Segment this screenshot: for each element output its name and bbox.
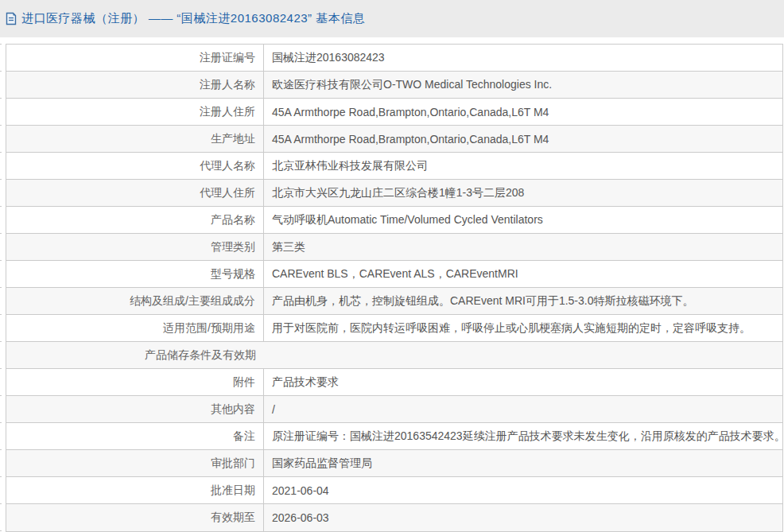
page-header: 进口医疗器械（注册） —— “国械注进20163082423” 基本信息: [0, 0, 784, 37]
row-label: 代理人住所: [6, 180, 264, 206]
registration-info-table: 注册证编号 国械注进20163082423 注册人名称 欧途医疗科技有限公司O-…: [6, 44, 783, 532]
row-value: 用于对医院前，医院内转运呼吸困难，呼吸停止或心肌梗塞病人实施短期的定时，定容呼吸…: [264, 315, 782, 341]
table-row: 注册证编号 国械注进20163082423: [6, 45, 782, 72]
table-row: 注册人名称 欧途医疗科技有限公司O-TWO Medical Technologi…: [6, 72, 782, 99]
row-label: 注册人名称: [6, 72, 264, 98]
row-label: 备注: [6, 423, 264, 449]
row-value: /: [264, 396, 782, 422]
document-icon: [5, 12, 17, 25]
table-row: 备注 原注册证编号：国械注进20163542423延续注册产品技术要求未发生变化…: [6, 423, 782, 450]
table-row: 管理类别 第三类: [6, 234, 782, 261]
row-label: 管理类别: [6, 234, 264, 260]
row-value: 原注册证编号：国械注进20163542423延续注册产品技术要求未发生变化，沿用…: [264, 423, 782, 449]
table-row: 适用范围/预期用途 用于对医院前，医院内转运呼吸困难，呼吸停止或心肌梗塞病人实施…: [6, 315, 782, 342]
table-row: 代理人名称 北京亚林伟业科技发展有限公司: [6, 153, 782, 180]
row-label: 代理人名称: [6, 153, 264, 179]
row-value: 2021-06-04: [264, 477, 782, 503]
row-value: 产品由机身，机芯，控制旋钮组成。CAREvent MRI可用于1.5-3.0特斯…: [264, 288, 782, 314]
row-value: 国家药品监督管理局: [264, 450, 782, 476]
row-label: 批准日期: [6, 477, 264, 503]
row-value: 欧途医疗科技有限公司O-TWO Medical Technologies Inc…: [264, 72, 782, 98]
row-value: 北京亚林伟业科技发展有限公司: [264, 153, 782, 179]
row-label: 产品名称: [6, 207, 264, 233]
row-label: 生产地址: [6, 126, 264, 152]
row-label: 结构及组成/主要组成成分: [6, 288, 264, 314]
row-value: 国械注进20163082423: [264, 45, 782, 71]
table-row: 产品储存条件及有效期: [6, 342, 782, 369]
table-row: 注册人住所 45A Armthorpe Road,Brampton,Ontari…: [6, 99, 782, 126]
table-row: 型号规格 CAREvent BLS，CAREvent ALS，CAREventM…: [6, 261, 782, 288]
row-value: 45A Armthorpe Road,Brampton,Ontario,Cana…: [264, 126, 782, 152]
table-row: 产品名称 气动呼吸机Automatic Time/Volumed Cycled …: [6, 207, 782, 234]
row-label: 适用范围/预期用途: [6, 315, 264, 341]
table-row: 批准日期 2021-06-04: [6, 477, 782, 504]
row-label: 注册证编号: [6, 45, 264, 71]
row-label: 附件: [6, 369, 264, 395]
page-edge-ticks: [0, 44, 2, 532]
row-label: 注册人住所: [6, 99, 264, 125]
row-label: 型号规格: [6, 261, 264, 287]
row-value: CAREvent BLS，CAREvent ALS，CAREventMRI: [264, 261, 782, 287]
row-value: 气动呼吸机Automatic Time/Volumed Cycled Venti…: [264, 207, 782, 233]
table-row: 有效期至 2026-06-03: [6, 504, 782, 531]
row-value: [264, 342, 782, 368]
row-label: 审批部门: [6, 450, 264, 476]
row-value: 北京市大兴区九龙山庄二区综合楼1幢1-3号二层208: [264, 180, 782, 206]
table-row: 其他内容 /: [6, 396, 782, 423]
row-value: 第三类: [264, 234, 782, 260]
row-label: 其他内容: [6, 396, 264, 422]
row-value: 2026-06-03: [264, 504, 782, 531]
table-row: 结构及组成/主要组成成分 产品由机身，机芯，控制旋钮组成。CAREvent MR…: [6, 288, 782, 315]
table-row: 附件 产品技术要求: [6, 369, 782, 396]
row-value: 产品技术要求: [264, 369, 782, 395]
page-title: 进口医疗器械（注册） —— “国械注进20163082423” 基本信息: [21, 11, 365, 26]
table-row: 审批部门 国家药品监督管理局: [6, 450, 782, 477]
table-row: 生产地址 45A Armthorpe Road,Brampton,Ontario…: [6, 126, 782, 153]
row-label: 有效期至: [6, 504, 264, 531]
row-label: 产品储存条件及有效期: [6, 342, 264, 368]
table-row: 代理人住所 北京市大兴区九龙山庄二区综合楼1幢1-3号二层208: [6, 180, 782, 207]
row-value: 45A Armthorpe Road,Brampton,Ontario,Cana…: [264, 99, 782, 125]
